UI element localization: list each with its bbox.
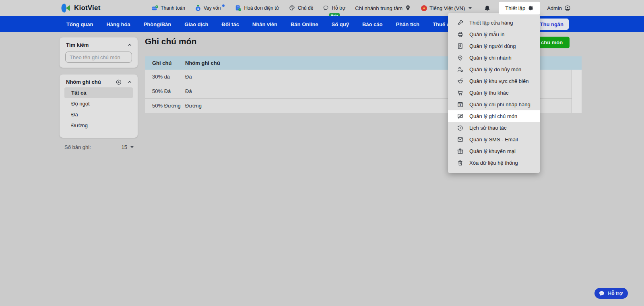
payment-label: Thanh toán (161, 5, 185, 11)
table-actions-column (572, 70, 582, 113)
cell-group: Đá (185, 88, 192, 94)
main-nav: Tổng quan Hàng hóa Phòng/Bàn Giao dịch Đ… (0, 16, 644, 32)
menu-item-quan-ly-ghi-chu-mon[interactable]: Quản lý ghi chú món (448, 110, 540, 122)
loan-label: Vay vốn (204, 5, 221, 11)
search-input[interactable] (65, 52, 132, 63)
menu-item-thiet-lap-cua-hang[interactable]: Thiết lập cửa hàng (448, 17, 540, 29)
language-selector[interactable]: ★ Tiếng Việt (VN) (421, 5, 472, 11)
theme-label: Chủ đề (298, 5, 314, 11)
payment-menu[interactable]: Thanh toán (152, 5, 185, 11)
cell-note: 50% Đá (145, 88, 185, 94)
add-group-icon[interactable] (116, 79, 122, 85)
nav-item-nhan-vien[interactable]: Nhân viên (252, 21, 277, 27)
note-groups-title: Nhóm ghi chú (66, 79, 116, 85)
loan-menu[interactable]: $ Vay vốn (195, 5, 225, 11)
records-select[interactable]: 15 (122, 144, 134, 150)
nav-item-tong-quan[interactable]: Tổng quan (66, 21, 93, 27)
menu-item-quan-ly-mau-in[interactable]: Quản lý mẫu in (448, 29, 540, 40)
cost-calendar-icon: $ (457, 101, 464, 108)
menu-item-quan-ly-chi-nhanh[interactable]: Quản lý chi nhánh (448, 52, 540, 64)
menu-item-lich-su-thao-tac[interactable]: Lịch sử thao tác (448, 122, 540, 134)
note-bubble-icon (457, 113, 464, 120)
support-fab-button[interactable]: Hỗ trợ (594, 288, 628, 299)
gift-icon (457, 148, 464, 155)
notifications-button[interactable] (484, 5, 490, 11)
column-header-nhom-ghi-chu: Nhóm ghi chú (185, 60, 220, 66)
chevron-down-icon (469, 7, 472, 9)
branch-selector[interactable]: Chi nhánh trung tâm (355, 5, 411, 11)
menu-item-quan-ly-ly-do-huy-mon[interactable]: Quản lý lý do hủy món (448, 64, 540, 75)
menu-item-quan-ly-thu-khac[interactable]: Quản lý thu khác (448, 87, 540, 99)
trash-icon (457, 159, 464, 166)
collapse-chevron-icon[interactable] (127, 43, 132, 48)
kiotviet-logo-icon (60, 3, 71, 13)
cell-note: 50% Đường (145, 103, 185, 109)
group-item-all[interactable]: Tất cả (64, 87, 133, 98)
kitchen-bowl-icon (457, 78, 464, 85)
support-menu[interactable]: Hỗ trợ Beta (323, 5, 345, 11)
payment-icon (152, 5, 158, 11)
support-chat-icon (323, 5, 329, 11)
menu-item-label: Quản lý chi phí nhập hàng (469, 101, 530, 108)
top-bar-right: Thanh toán $ Vay vốn (142, 2, 644, 14)
nav-item-ban-online[interactable]: Bán Online (291, 21, 318, 27)
menu-item-label: Quản lý lý do hủy món (469, 66, 521, 72)
menu-item-quan-ly-sms-email[interactable]: Quản lý SMS - Email (448, 134, 540, 145)
nav-item-hang-hoa[interactable]: Hàng hóa (106, 21, 130, 27)
menu-item-quan-ly-nguoi-dung[interactable]: Quản lý người dùng (448, 40, 540, 52)
user-gear-icon (457, 66, 464, 73)
einvoice-menu[interactable]: Hoá đơn điện tử (235, 5, 279, 11)
menu-item-quan-ly-chi-phi-nhap-hang[interactable]: $ Quản lý chi phí nhập hàng (448, 99, 540, 110)
menu-item-quan-ly-khuyen-mai[interactable]: Quản lý khuyến mại (448, 145, 540, 157)
theme-menu[interactable]: Chủ đề (289, 5, 314, 11)
top-bar: KiotViet Thanh toán $ Vay (0, 0, 644, 16)
menu-item-label: Thiết lập cửa hàng (469, 20, 513, 26)
menu-item-label: Quản lý ghi chú món (469, 113, 517, 119)
cell-note: 30% đá (145, 74, 185, 80)
support-label: Hỗ trợ (332, 5, 345, 11)
loan-icon: $ (195, 5, 201, 11)
settings-button[interactable]: Thiết lập (499, 2, 540, 14)
cashier-label: Thu ngân (540, 21, 564, 27)
chat-bubble-icon (599, 290, 605, 297)
kiotviet-logo[interactable]: KiotViet (60, 3, 101, 13)
bell-icon (484, 5, 490, 11)
records-per-page: Số bản ghi: 15 (64, 144, 134, 150)
location-pin-icon (405, 5, 411, 11)
einvoice-icon (235, 5, 242, 11)
nav-item-phong-ban[interactable]: Phòng/Bàn (144, 21, 171, 27)
svg-text:$: $ (197, 7, 199, 10)
menu-item-label: Lịch sử thao tác (469, 125, 507, 131)
history-icon (457, 124, 464, 131)
menu-item-label: Quản lý mẫu in (469, 31, 504, 37)
branch-pin-icon (457, 54, 464, 61)
svg-text:$: $ (460, 104, 461, 106)
column-header-ghi-chu: Ghi chú (145, 60, 185, 66)
admin-label: Admin (547, 5, 562, 11)
nav-item-phan-tich[interactable]: Phân tích (396, 21, 420, 27)
nav-item-giao-dich[interactable]: Giao dịch (184, 21, 208, 27)
nav-item-so-quy[interactable]: Sổ quỹ (332, 21, 349, 27)
menu-item-quan-ly-khu-vuc-che-bien[interactable]: Quản lý khu vực chế biến (448, 75, 540, 87)
logo-text: KiotViet (74, 4, 101, 12)
menu-item-label: Quản lý khu vực chế biến (469, 78, 528, 84)
group-item-da[interactable]: Đá (64, 109, 133, 120)
mail-icon (457, 136, 464, 143)
group-item-do-ngot[interactable]: Độ ngọt (64, 98, 133, 109)
cell-group: Đá (185, 74, 192, 80)
nav-item-bao-cao[interactable]: Báo cáo (362, 21, 383, 27)
nav-item-doi-tac[interactable]: Đối tác (222, 21, 239, 27)
group-item-duong[interactable]: Đường (64, 120, 133, 131)
user-avatar-icon (564, 5, 571, 11)
note-groups-card: Nhóm ghi chú Tất cả Độ ngọt Đá Đường (60, 74, 138, 138)
theme-palette-icon (289, 5, 295, 11)
wrench-icon (457, 19, 464, 26)
settings-dropdown-menu: Thiết lập cửa hàng Quản lý mẫu in Quản l… (448, 13, 540, 173)
menu-item-label: Quản lý khuyến mại (469, 148, 516, 154)
admin-menu[interactable]: Admin (547, 5, 571, 11)
search-card: Tìm kiếm (60, 37, 138, 68)
collapse-chevron-icon[interactable] (127, 80, 132, 85)
einvoice-label: Hoá đơn điện tử (244, 5, 279, 11)
user-card-icon (457, 43, 464, 50)
menu-item-xoa-du-lieu-he-thong[interactable]: Xóa dữ liệu hệ thống (448, 157, 540, 169)
